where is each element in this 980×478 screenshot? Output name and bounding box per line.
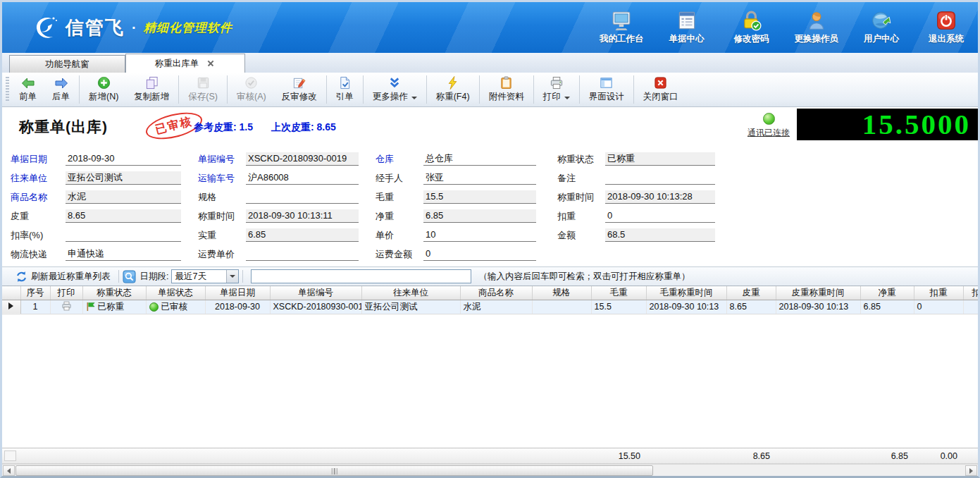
amount-label: 金额 bbox=[557, 229, 605, 242]
toolbar-separator bbox=[178, 75, 179, 104]
copy-new-button[interactable]: 复制新增 bbox=[126, 73, 177, 106]
nav-my-workbench[interactable]: 我的工作台 bbox=[600, 10, 644, 45]
handler-field[interactable]: 张亚 bbox=[423, 171, 536, 185]
nav-change-password[interactable]: 修改密码 bbox=[730, 10, 774, 45]
green-flag-icon bbox=[86, 302, 95, 312]
col-product[interactable]: 商品名称 bbox=[460, 286, 532, 300]
remark-field[interactable] bbox=[605, 171, 715, 185]
doc-no-label: 单据编号 bbox=[198, 153, 246, 166]
scroll-right-icon bbox=[969, 468, 973, 474]
col-tare-time[interactable]: 皮重称重时间 bbox=[776, 286, 860, 300]
tare-field: 8.65 bbox=[66, 209, 181, 223]
col-gross-time[interactable]: 毛重称重时间 bbox=[646, 286, 726, 300]
deduct-weight-field[interactable]: 0 bbox=[605, 209, 715, 223]
date-range-select[interactable]: 最近7天 bbox=[171, 269, 239, 283]
more-actions-button[interactable]: 更多操作 bbox=[365, 73, 425, 106]
row-printer-icon[interactable] bbox=[61, 301, 72, 311]
search-input[interactable] bbox=[251, 269, 471, 283]
table-row[interactable]: 1 已称重 已审核 2018-09-30 XSCKD-20180930-0019… bbox=[2, 300, 978, 314]
dropdown-caret-icon bbox=[411, 97, 417, 99]
gross-weight-field: 15.5 bbox=[423, 190, 536, 204]
spec-field[interactable] bbox=[246, 190, 359, 204]
search-hint: （输入内容后回车即可检索；双击可打开相应称重单） bbox=[478, 271, 690, 283]
toolbar-separator bbox=[227, 75, 228, 104]
summary-gross: 15.50 bbox=[591, 448, 646, 463]
deduct-weight-label: 扣重 bbox=[557, 210, 605, 223]
weigh-table: 序号 打印 称重状态 单据状态 单据日期 单据编号 往来单位 商品名称 规格 毛… bbox=[2, 286, 978, 314]
nav-switch-operator[interactable]: 更换操作员 bbox=[795, 10, 839, 45]
cell-tare: 8.65 bbox=[726, 300, 776, 314]
attachments-button[interactable]: 附件资料 bbox=[481, 73, 532, 106]
cell-product: 水泥 bbox=[460, 300, 532, 314]
reverse-audit-button[interactable]: 反审修改 bbox=[274, 73, 325, 106]
pull-doc-button[interactable]: 引单 bbox=[328, 73, 361, 106]
col-seq[interactable]: 序号 bbox=[20, 286, 50, 300]
tab-weigh-outbound[interactable]: 称重出库单 bbox=[125, 54, 245, 73]
deduct-rate-field[interactable] bbox=[66, 228, 181, 242]
vehicle-no-field[interactable]: 沪A86008 bbox=[246, 171, 359, 185]
col-spec[interactable]: 规格 bbox=[532, 286, 591, 300]
summary-deduct: 0.00 bbox=[914, 448, 963, 463]
col-deduct[interactable]: 扣重 bbox=[914, 286, 963, 300]
doc-date-field[interactable]: 2018-09-30 bbox=[66, 152, 181, 166]
tare-info: 参考皮重: 1.5 上次皮重: 8.65 bbox=[194, 121, 336, 134]
freight-price-label: 运费单价 bbox=[198, 248, 246, 261]
unit-price-field[interactable]: 10 bbox=[423, 228, 536, 242]
cell-print[interactable] bbox=[50, 300, 82, 314]
col-print[interactable]: 打印 bbox=[50, 286, 82, 300]
next-doc-button[interactable]: 后单 bbox=[44, 73, 77, 106]
nav-document-center[interactable]: 单据中心 bbox=[665, 10, 709, 45]
recent-weigh-list: 序号 打印 称重状态 单据状态 单据日期 单据编号 往来单位 商品名称 规格 毛… bbox=[2, 286, 978, 476]
weigh-time1-label: 称重时间 bbox=[198, 210, 246, 223]
copy-icon bbox=[145, 76, 159, 90]
scrollbar-thumb[interactable] bbox=[15, 465, 653, 476]
weigh-button[interactable]: 称重(F4) bbox=[428, 73, 478, 106]
prev-doc-button[interactable]: 前单 bbox=[11, 73, 44, 106]
print-button[interactable]: 打印 bbox=[535, 73, 578, 106]
date-search-icon[interactable] bbox=[123, 270, 136, 283]
col-tare[interactable]: 皮重 bbox=[726, 286, 776, 300]
col-doc-no[interactable]: 单据编号 bbox=[270, 286, 361, 300]
col-net[interactable]: 净重 bbox=[860, 286, 914, 300]
new-button[interactable]: 新增(N) bbox=[81, 73, 126, 106]
warehouse-field[interactable]: 总仓库 bbox=[423, 152, 536, 166]
refresh-list-button[interactable]: 刷新最近称重单列表 bbox=[11, 269, 115, 284]
select-caret-button[interactable] bbox=[226, 270, 238, 283]
scrollbar-grip-icon bbox=[331, 468, 337, 474]
col-weigh-status[interactable]: 称重状态 bbox=[82, 286, 146, 300]
scroll-left-button[interactable] bbox=[3, 465, 15, 476]
operator-person-icon bbox=[806, 10, 827, 31]
close-window-button[interactable]: 关闭窗口 bbox=[635, 73, 686, 106]
ui-design-button[interactable]: 界面设计 bbox=[581, 73, 632, 106]
logistics-field[interactable]: 申通快递 bbox=[66, 247, 181, 261]
freight-price-field[interactable] bbox=[246, 247, 359, 261]
nav-user-center[interactable]: 用户中心 bbox=[860, 10, 903, 45]
actual-weight-field: 6.85 bbox=[246, 228, 359, 242]
col-customer[interactable]: 往来单位 bbox=[361, 286, 460, 300]
col-rate[interactable]: 扣率 bbox=[963, 286, 978, 300]
current-row-marker bbox=[2, 300, 20, 314]
lock-check-icon bbox=[741, 10, 762, 31]
scroll-left-icon bbox=[7, 468, 11, 474]
cell-doc-status: 已审核 bbox=[146, 300, 205, 314]
scroll-right-button[interactable] bbox=[965, 465, 977, 476]
comm-status-link[interactable]: 通讯已连接 bbox=[743, 127, 794, 139]
save-button: 保存(S) bbox=[180, 73, 225, 106]
date-range-value: 最近7天 bbox=[172, 271, 226, 283]
freight-amount-field[interactable]: 0 bbox=[423, 247, 536, 261]
amount-field: 68.5 bbox=[605, 228, 715, 242]
nav-exit-system[interactable]: 退出系统 bbox=[924, 10, 968, 45]
app-name: 信管飞 bbox=[66, 16, 125, 40]
tab-function-navigator[interactable]: 功能导航窗 bbox=[9, 55, 125, 73]
net-weight-field: 6.85 bbox=[423, 209, 536, 223]
tab-close-icon[interactable] bbox=[206, 59, 216, 68]
doc-form: 单据日期2018-09-30 往来单位亚拓公司测试 商品名称水泥 皮重8.65 … bbox=[2, 148, 978, 266]
col-gross[interactable]: 毛重 bbox=[591, 286, 646, 300]
col-doc-status[interactable]: 单据状态 bbox=[146, 286, 205, 300]
summary-net: 6.85 bbox=[860, 448, 914, 463]
summary-tare: 8.65 bbox=[726, 448, 776, 463]
horizontal-scrollbar[interactable] bbox=[2, 464, 978, 476]
col-doc-date[interactable]: 单据日期 bbox=[205, 286, 270, 300]
green-ball-icon bbox=[149, 302, 159, 312]
app-window: 信管飞 · 精细化管理软件 我的工作台 单据中心 修改密码 bbox=[0, 0, 980, 478]
